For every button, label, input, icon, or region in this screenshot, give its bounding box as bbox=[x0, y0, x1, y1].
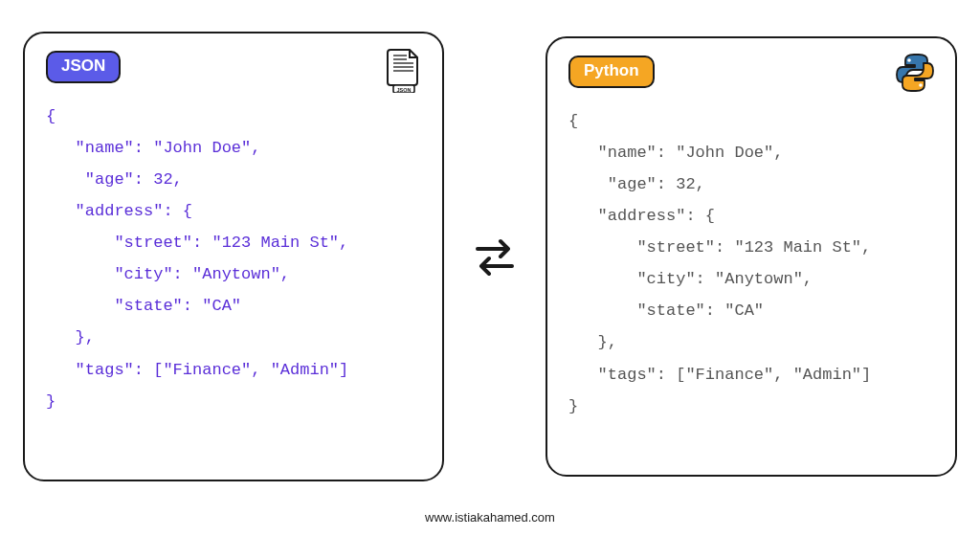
diagram-container: JSON JSON { "name": "John Doe", "age": 3… bbox=[0, 0, 980, 498]
python-code-block: { "name": "John Doe", "age": 32, "addres… bbox=[568, 105, 934, 422]
svg-point-7 bbox=[907, 58, 911, 62]
python-logo-icon bbox=[894, 52, 936, 98]
python-badge: Python bbox=[568, 56, 655, 88]
python-panel: Python { "name": "John Doe", "age": 32, … bbox=[546, 36, 957, 477]
svg-point-8 bbox=[919, 83, 923, 87]
json-file-icon: JSON bbox=[385, 47, 423, 97]
convert-arrows-icon bbox=[468, 230, 522, 283]
json-badge: JSON bbox=[46, 51, 121, 83]
json-code-block: { "name": "John Doe", "age": 32, "addres… bbox=[46, 100, 421, 417]
svg-text:JSON: JSON bbox=[397, 86, 412, 92]
footer-credit: www.istiakahamed.com bbox=[0, 510, 980, 525]
json-panel: JSON JSON { "name": "John Doe", "age": 3… bbox=[23, 32, 444, 481]
